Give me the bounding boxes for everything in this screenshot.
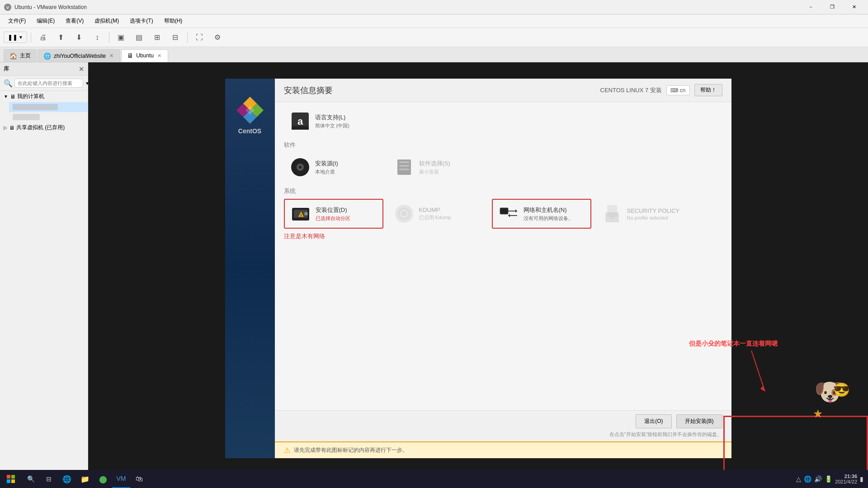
centos-installer: CentOS 安装信息摘要 CENTOS LINUX 7 安装 ⌨ cn <box>225 79 731 458</box>
toolbar-view1[interactable]: ▣ <box>113 30 129 45</box>
taskbar-edge[interactable]: 🌐 <box>58 470 76 488</box>
taskbar-file[interactable]: 📁 <box>76 470 94 488</box>
sidebar-item-my-computer[interactable]: ▼ 🖥 我的计算机 <box>0 91 88 102</box>
svg-marker-29 <box>515 209 517 213</box>
search-input[interactable] <box>14 79 83 88</box>
language-indicator[interactable]: ⌨ cn <box>666 85 690 95</box>
menu-view[interactable]: 查看(V) <box>61 15 88 27</box>
hdd-icon: ! <box>290 203 311 224</box>
toolbar-btn3[interactable]: ⬇ <box>71 30 87 45</box>
sidebar-item-vm1[interactable] <box>9 102 88 112</box>
tab-home[interactable]: 🏠 主页 <box>4 49 37 62</box>
toolbar-print-button[interactable]: 🖨 <box>35 30 51 45</box>
start-button[interactable] <box>0 470 22 488</box>
language-tile-subtitle: 简体中文 (中国) <box>315 122 349 129</box>
battery-icon[interactable]: 🔋 <box>825 475 832 483</box>
annotation: 但是小殳的笔记本一直连着网嗯 <box>689 339 778 348</box>
software-tile[interactable]: 软件选择(S) 最小安装 <box>388 153 487 182</box>
toolbar-view3[interactable]: ⊞ <box>149 30 165 45</box>
decorative-characters: 🐶 😎 ★ <box>814 377 845 407</box>
menubar: 文件(F) 编辑(E) 查看(V) 虚拟机(M) 选项卡(T) 帮助(H) <box>0 14 868 28</box>
collapse-arrow-icon: ▷ <box>4 125 7 130</box>
taskbar-search-button[interactable]: 🔍 <box>22 470 40 488</box>
install-dest-tile[interactable]: ! 安装位置(D) 已选择自动分区 <box>284 199 383 229</box>
svg-point-20 <box>304 212 308 216</box>
notification-icon[interactable]: △ <box>796 475 801 483</box>
menu-tabs[interactable]: 选项卡(T) <box>125 15 157 27</box>
security-title: SECURITY POLICY <box>627 207 680 214</box>
expand-arrow-icon: ▼ <box>4 94 8 99</box>
taskbar-chrome[interactable]: ⬤ <box>94 470 112 488</box>
taskbar-vmware[interactable]: VM <box>112 470 130 488</box>
kdump-title: KDUMP <box>419 206 451 213</box>
footer-buttons: 退出(O) 开始安装(B) <box>284 414 722 428</box>
installer-right-panel: 安装信息摘要 CENTOS LINUX 7 安装 ⌨ cn 帮助！ <box>275 79 731 458</box>
menu-vm[interactable]: 虚拟机(M) <box>90 15 123 27</box>
sidebar-item-shared[interactable]: ▷ 🖥 共享虚拟机 (已弃用) <box>0 122 88 133</box>
toolbar: ❚❚ ▼ 🖨 ⬆ ⬇ ↕ ▣ ▤ ⊞ ⊟ ⛶ ⚙ <box>0 28 868 47</box>
language-tile[interactable]: a 语言支持(L) 简体中文 (中国) <box>284 107 383 136</box>
menu-help[interactable]: 帮助(H) <box>160 15 187 27</box>
footer-note: 在点击"开始安装"按钮前我们并不会操作你的磁盘。 <box>284 431 722 438</box>
network-tile[interactable]: 网络和主机名(N) 没有可用的网络设备。 <box>492 199 591 229</box>
tab-ubuntu-close[interactable]: ✕ <box>156 53 162 59</box>
volume-icon[interactable]: 🔊 <box>814 475 822 483</box>
menu-edit[interactable]: 编辑(E) <box>32 15 59 27</box>
tab-home-label: 主页 <box>20 52 31 60</box>
taskbar-task-view[interactable]: ⊟ <box>40 470 58 488</box>
sidebar-item-vm2[interactable] <box>9 112 88 122</box>
network-sys-icon[interactable]: 🌐 <box>804 475 811 483</box>
taskbar-store[interactable]: 🛍 <box>130 470 148 488</box>
security-subtitle: No profile selected <box>627 215 680 221</box>
vmware-icon: V <box>4 3 12 11</box>
installer-title: 安装信息摘要 <box>284 85 333 96</box>
svg-text:!: ! <box>300 213 302 217</box>
package-icon <box>394 157 415 178</box>
software-tile-title: 软件选择(S) <box>419 160 450 168</box>
sidebar-title: 库 <box>4 65 9 73</box>
vm-screen[interactable]: CentOS 安装信息摘要 CENTOS LINUX 7 安装 ⌨ cn <box>225 79 731 458</box>
clock-date: 2021/4/22 <box>835 479 857 484</box>
window-title: Ubuntu - VMware Workstation <box>14 4 800 10</box>
taskbar: 🔍 ⊟ 🌐 📁 ⬤ VM 🛍 △ 🌐 🔊 🔋 21:36 2021/4/22 ▮ <box>0 470 868 488</box>
sidebar-header: 库 ✕ <box>0 62 88 76</box>
installer-header: 安装信息摘要 CENTOS LINUX 7 安装 ⌨ cn 帮助！ <box>275 79 731 102</box>
quit-button[interactable]: 退出(O) <box>636 414 671 428</box>
sidebar-item-my-computer-label: 我的计算机 <box>17 93 44 100</box>
kdump-tile[interactable]: KDUMP 已启用 Kdump <box>388 199 487 229</box>
start-install-button[interactable]: 开始安装(B) <box>676 414 722 428</box>
tab-zhiyou-close[interactable]: ✕ <box>108 53 114 59</box>
tab-zhiyou[interactable]: 🌐 zhiYouOfficialWebsite ✕ <box>38 49 120 62</box>
help-button[interactable]: 帮助！ <box>694 84 722 96</box>
restore-button[interactable]: ❐ <box>822 0 843 14</box>
security-tile[interactable]: SECURITY POLICY No profile selected <box>596 199 695 229</box>
computer-icon: 🖥 <box>10 94 15 100</box>
toolbar-view4[interactable]: ⊟ <box>167 30 184 45</box>
toolbar-view2[interactable]: ▤ <box>131 30 147 45</box>
centos-logo: CentOS <box>236 97 264 135</box>
svg-rect-17 <box>399 169 409 170</box>
taskbar-clock[interactable]: 21:36 2021/4/22 <box>835 474 857 484</box>
menu-file[interactable]: 文件(F) <box>4 15 30 27</box>
software-section-header: 软件 <box>284 141 722 149</box>
show-desktop[interactable]: ▮ <box>860 475 863 483</box>
tab-ubuntu[interactable]: 🖥 Ubuntu ✕ <box>121 49 168 62</box>
language-tile-text: 语言支持(L) 简体中文 (中国) <box>315 113 349 129</box>
toolbar-fullscreen[interactable]: ⛶ <box>191 30 208 45</box>
sidebar-close-button[interactable]: ✕ <box>79 66 84 73</box>
sticker-1: 😎 <box>833 382 850 398</box>
close-button[interactable]: ✕ <box>844 0 864 14</box>
toolbar-btn4[interactable]: ↕ <box>89 30 105 45</box>
minimize-button[interactable]: － <box>800 0 821 14</box>
lang-code: cn <box>680 87 686 94</box>
network-title: 网络和主机名(N) <box>524 206 573 214</box>
language-icon: a <box>290 111 311 131</box>
system-grid: ! 安装位置(D) 已选择自动分区 <box>284 199 722 229</box>
toolbar-btn2[interactable]: ⬆ <box>53 30 69 45</box>
pause-button[interactable]: ❚❚ ▼ <box>4 32 27 43</box>
svg-rect-16 <box>399 165 409 167</box>
toolbar-setting[interactable]: ⚙ <box>209 30 226 45</box>
installer-body: a 语言支持(L) 简体中文 (中国) <box>275 102 731 410</box>
svg-rect-39 <box>7 479 10 483</box>
install-source-tile[interactable]: 安装源(I) 本地介质 <box>284 153 383 182</box>
